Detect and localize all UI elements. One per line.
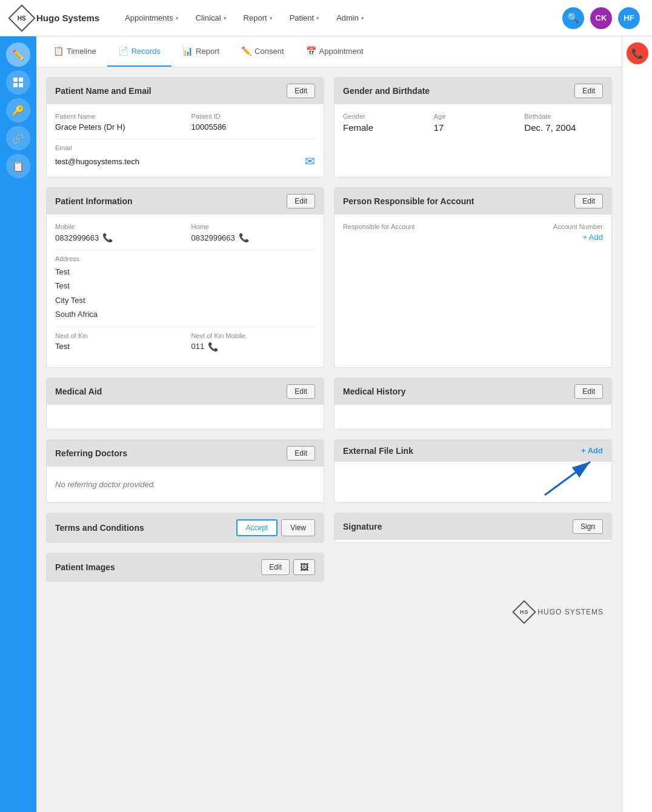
person-responsible-edit-button[interactable]: Edit [574, 194, 603, 208]
gender-birthdate-edit-button[interactable]: Edit [574, 84, 603, 98]
report-icon: 📊 [182, 46, 193, 56]
patient-images-card: Patient Images Edit 🖼 [46, 553, 324, 582]
empty-col [334, 553, 612, 582]
logo[interactable]: HS Hugo Systems [12, 8, 99, 28]
medical-history-header: Medical History Edit [334, 378, 611, 405]
nok-row: Next of Kin Test Next of Kin Mobile 011 … [55, 332, 315, 351]
nok-field: Next of Kin Test [55, 332, 179, 351]
timeline-icon: 📋 [53, 46, 64, 56]
sidebar-link-btn[interactable]: 🔗 [6, 126, 30, 150]
tab-report[interactable]: 📊 Report [171, 36, 230, 67]
add-account-link[interactable]: + Add [582, 233, 603, 242]
tabs-bar: 📋 Timeline 📄 Records 📊 Report ✏️ Consent… [36, 36, 622, 67]
svg-rect-1 [19, 78, 23, 82]
referring-doctors-header: Referring Doctors Edit [47, 440, 324, 467]
svg-rect-3 [19, 83, 23, 87]
age-value: 17 [434, 122, 513, 133]
mobile-value: 0832999663 [55, 233, 99, 242]
external-file-link-card: External File Link + Add [334, 439, 612, 503]
referring-doctors-title: Referring Doctors [55, 448, 127, 458]
medical-aid-title: Medical Aid [55, 387, 102, 396]
nav-appointments[interactable]: Appointments ▾ [118, 8, 186, 27]
email-field: Email test@hugosystems.tech ✉ [55, 144, 315, 168]
logo-diamond: HS [8, 4, 35, 32]
sidebar-edit-btn[interactable]: ✏️ [6, 42, 30, 67]
avatar-hf[interactable]: HF [618, 7, 640, 29]
appointment-icon: 📅 [306, 46, 316, 56]
chevron-down-icon: ▾ [224, 15, 227, 21]
medical-history-edit-button[interactable]: Edit [574, 384, 603, 399]
tab-appointment[interactable]: 📅 Appointment [295, 36, 374, 67]
patient-images-title: Patient Images [55, 562, 115, 572]
medical-aid-header: Medical Aid Edit [47, 378, 324, 405]
medical-aid-edit-button[interactable]: Edit [287, 384, 315, 399]
sidebar-key-btn[interactable]: 🔑 [6, 98, 30, 122]
row-6: Patient Images Edit 🖼 [46, 553, 612, 582]
patient-images-actions: Edit 🖼 [261, 559, 315, 575]
view-button[interactable]: View [281, 519, 315, 536]
tab-timeline[interactable]: 📋 Timeline [42, 36, 107, 67]
call-button[interactable]: 📞 [627, 42, 648, 64]
call-panel: 📞 [622, 36, 652, 812]
nav-links: Appointments ▾ Clinical ▾ Report ▾ Patie… [118, 8, 562, 27]
person-responsible-body: Responsible for Account Account Number +… [334, 215, 611, 258]
tab-consent[interactable]: ✏️ Consent [230, 36, 294, 67]
patient-name-email-body: Patient Name Grace Peters (Dr H) Patient… [47, 104, 324, 177]
footer-company-name: HUGO SYSTEMS [537, 608, 604, 616]
accept-button[interactable]: Accept [236, 519, 278, 536]
external-file-link-title: External File Link [343, 446, 413, 456]
footer-logo-text: HS [520, 609, 529, 615]
tab-records[interactable]: 📄 Records [107, 36, 171, 67]
address-country: South Africa [55, 307, 315, 321]
gender-birthdate-card: Gender and Birthdate Edit Gender Female … [334, 77, 612, 178]
arrow-annotation [533, 456, 605, 498]
address-line2: Test [55, 279, 315, 293]
account-number-field: Account Number + Add [479, 223, 604, 242]
address-city: City Test [55, 293, 315, 307]
sidebar-clipboard-btn[interactable]: 📋 [6, 154, 30, 178]
address-block: Test Test City Test South Africa [55, 265, 315, 322]
medical-aid-body [47, 405, 324, 429]
sidebar-grid-btn[interactable] [6, 70, 30, 95]
gender-value: Female [343, 122, 422, 133]
gender-birthdate-header: Gender and Birthdate Edit [334, 78, 611, 104]
nok-mobile-value-row: 011 📞 [191, 342, 316, 351]
signature-title: Signature [343, 522, 382, 531]
referring-doctors-body: No referring doctor provided. [47, 467, 324, 502]
nav-patient[interactable]: Patient ▾ [282, 8, 327, 27]
avatar-ck[interactable]: CK [590, 7, 612, 29]
patient-name-email-header: Patient Name and Email Edit [47, 78, 324, 104]
nav-report[interactable]: Report ▾ [236, 8, 280, 27]
records-icon: 📄 [118, 46, 128, 56]
phone-icon-2: 📞 [239, 233, 249, 242]
patient-images-view-button[interactable]: 🖼 [293, 559, 315, 575]
footer-logo: HS [513, 600, 537, 624]
chevron-down-icon: ▾ [270, 15, 273, 21]
terms-actions: Accept View [236, 519, 315, 536]
nav-admin[interactable]: Admin ▾ [329, 8, 371, 27]
mobile-value-row: 0832999663 📞 [55, 233, 179, 242]
patient-name-email-card: Patient Name and Email Edit Patient Name… [46, 77, 324, 178]
gender-field: Gender Female [343, 113, 422, 133]
birthdate-field: Birthdate Dec. 7, 2004 [524, 113, 603, 133]
address-line1: Test [55, 265, 315, 279]
referring-doctors-edit-button[interactable]: Edit [287, 446, 315, 461]
email-row: test@hugosystems.tech ✉ [55, 154, 315, 168]
home-value-row: 0832999663 📞 [191, 233, 316, 242]
search-button[interactable]: 🔍 [562, 7, 584, 29]
sign-button[interactable]: Sign [573, 519, 603, 534]
gender-birthdate-title: Gender and Birthdate [343, 86, 430, 96]
svg-rect-2 [13, 83, 18, 87]
age-field: Age 17 [434, 113, 513, 133]
name-id-row: Patient Name Grace Peters (Dr H) Patient… [55, 113, 315, 131]
nav-clinical[interactable]: Clinical ▾ [188, 8, 234, 27]
logo-initials: HS [18, 15, 26, 21]
home-value: 0832999663 [191, 233, 235, 242]
add-external-link[interactable]: + Add [581, 446, 603, 455]
patient-information-edit-button[interactable]: Edit [287, 194, 315, 208]
patient-images-edit-button[interactable]: Edit [261, 559, 290, 575]
patient-name-email-edit-button[interactable]: Edit [287, 84, 315, 98]
svg-rect-0 [13, 78, 18, 82]
svg-line-5 [545, 462, 590, 495]
patient-information-body: Mobile 0832999663 📞 Home 0832999663 [47, 215, 324, 367]
